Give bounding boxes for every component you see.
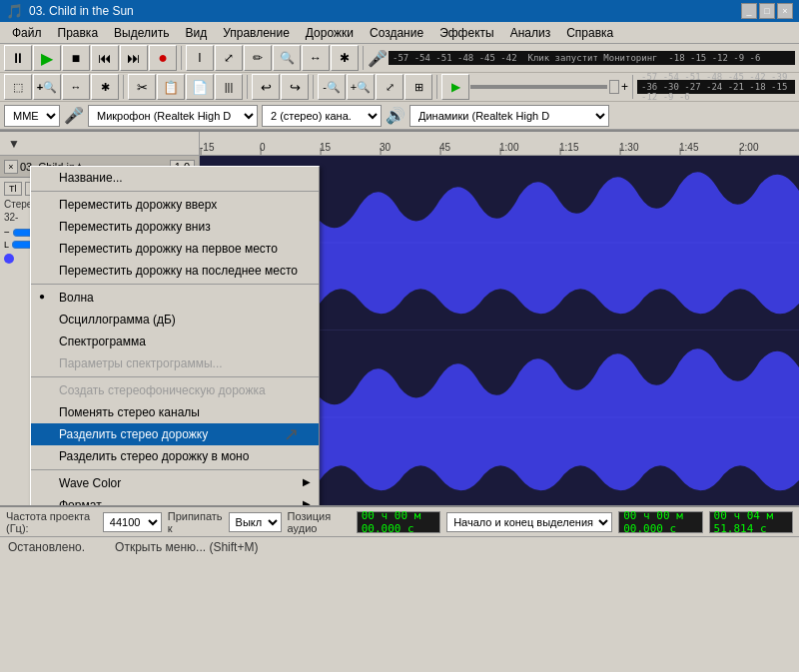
ruler-ticks: -15 0 15 30 45 1:00 1:15 1:30 1:45 2:00 …: [200, 142, 799, 155]
tick-130: 1:30: [619, 142, 679, 153]
zoom-icon: 🔍: [280, 51, 295, 65]
audio-system-select[interactable]: MME: [4, 105, 60, 127]
play-button[interactable]: ▶: [33, 45, 61, 71]
paste-button[interactable]: 📄: [186, 74, 214, 100]
pause-button[interactable]: ⏸: [4, 45, 32, 71]
cm-create-stereo-label: Создать стереофоническую дорожка: [59, 383, 266, 397]
channels-select[interactable]: 2 (стерео) кана.: [262, 105, 382, 127]
sel-end-input[interactable]: 00 ч 04 м 51.814 с: [709, 511, 793, 533]
cm-rename[interactable]: Название...: [31, 167, 319, 189]
cm-split-stereo-mono[interactable]: Разделить стерео дорожку в моно: [31, 445, 319, 467]
trim-button[interactable]: |||: [215, 74, 243, 100]
menu-view[interactable]: Вид: [177, 24, 215, 42]
close-button[interactable]: ×: [777, 3, 793, 19]
cm-wave-label: Волна: [59, 291, 94, 305]
workspace: × 03. Child in t 1.0 Тl S Стерео 32- − +: [0, 156, 799, 505]
maximize-button[interactable]: □: [759, 3, 775, 19]
cm-wave[interactable]: Волна: [31, 287, 319, 309]
mute-button[interactable]: Тl: [4, 182, 22, 196]
hint-text: Открыть меню... (Shift+M): [115, 540, 258, 554]
cm-spectrogram-params-label: Параметры спектрограммы...: [59, 356, 223, 370]
rewind-button[interactable]: ⏮: [91, 45, 119, 71]
track-panel: × 03. Child in t 1.0 Тl S Стерео 32- − +: [0, 156, 200, 505]
menu-analyze[interactable]: Анализ: [502, 24, 559, 42]
fit-view-tool[interactable]: ↔: [62, 74, 90, 100]
menu-edit[interactable]: Правка: [50, 24, 107, 42]
undo-button[interactable]: ↩: [252, 74, 280, 100]
cut-button[interactable]: ✂: [128, 74, 156, 100]
selection-type-select[interactable]: Начало и конец выделения: [446, 512, 612, 532]
forward-button[interactable]: ⏭: [120, 45, 148, 71]
cm-format[interactable]: Формат: [31, 494, 319, 505]
menu-control[interactable]: Управление: [215, 24, 298, 42]
cm-swap-channels-label: Поменять стерео каналы: [59, 405, 200, 419]
menu-generate[interactable]: Создание: [362, 24, 431, 42]
cm-spectrogram-label: Спектрограмма: [59, 335, 146, 348]
context-menu: Название... Переместить дорожку вверх Пе…: [30, 166, 320, 505]
cm-split-stereo-mono-label: Разделить стерео дорожку в моно: [59, 449, 249, 463]
snap-select[interactable]: Выкл: [229, 512, 282, 532]
cm-oscillogram[interactable]: Осциллограмма (дБ): [31, 309, 319, 331]
zoom-fit-button[interactable]: ⤢: [376, 74, 403, 100]
cm-split-stereo[interactable]: Разделить стерео дорожку ↗: [31, 423, 319, 445]
project-rate-select[interactable]: 44100: [103, 512, 162, 532]
menu-tracks[interactable]: Дорожки: [298, 24, 362, 42]
input-device-select[interactable]: Микрофон (Realtek High D: [88, 105, 258, 127]
zoom-out-button[interactable]: -🔍: [318, 74, 346, 100]
cm-spectrogram[interactable]: Спектрограмма: [31, 331, 319, 352]
cm-swap-channels[interactable]: Поменять стерео каналы: [31, 401, 319, 423]
scissors-icon: ✂: [137, 80, 148, 95]
zoom-in-tool[interactable]: +🔍: [33, 74, 61, 100]
tick-30: 30: [380, 142, 439, 153]
mic-icon: 🎤: [368, 49, 388, 68]
cm-move-down[interactable]: Переместить дорожку вниз: [31, 216, 319, 238]
select-all-icon: ⬚: [13, 81, 23, 94]
redo-button[interactable]: ↪: [281, 74, 309, 100]
cm-move-last[interactable]: Переместить дорожку на последнее место: [31, 260, 319, 282]
output-device-select[interactable]: Динамики (Realtek High D: [409, 105, 609, 127]
speaker-icon: 🔊: [386, 106, 405, 125]
zoom-out-icon: -🔍: [323, 81, 341, 94]
mic-device-icon: 🎤: [64, 106, 84, 125]
stop-button[interactable]: ■: [62, 45, 90, 71]
record-button[interactable]: ●: [149, 45, 177, 71]
draw-tool[interactable]: ✏: [244, 45, 272, 71]
multi-tool[interactable]: ✱: [331, 45, 359, 71]
menu-bar: Файл Правка Выделить Вид Управление Доро…: [0, 22, 799, 44]
menu-select[interactable]: Выделить: [106, 24, 177, 42]
zoom-in-2-button[interactable]: +🔍: [347, 74, 375, 100]
zoom-sel-button[interactable]: ⊞: [404, 74, 432, 100]
sep3: [123, 75, 124, 99]
cm-move-first[interactable]: Переместить дорожку на первое место: [31, 238, 319, 260]
cursor-tool[interactable]: I: [186, 45, 214, 71]
vu-labels-1: -57 -54 -51 -48 -45 -42 Клик запустит Мо…: [393, 53, 760, 63]
undo-icon: ↩: [261, 80, 272, 95]
cm-wave-color[interactable]: Wave Color: [31, 472, 319, 494]
audio-pos-input[interactable]: 00 ч 00 м 00.000 с: [357, 511, 440, 533]
menu-effects[interactable]: Эффекты: [431, 24, 502, 42]
copy-button[interactable]: 📋: [157, 74, 185, 100]
multi-icon: ✱: [340, 51, 350, 65]
minimize-button[interactable]: _: [741, 3, 757, 19]
zoom-tool[interactable]: 🔍: [273, 45, 301, 71]
envelope-icon: ⤢: [224, 51, 234, 65]
envelope-tool[interactable]: ⤢: [215, 45, 243, 71]
playback-btn[interactable]: ▶: [441, 74, 469, 100]
audio-pos-value: 00 ч 00 м 00.000 с: [362, 509, 435, 535]
tick-minus15: -15: [200, 142, 260, 153]
track-close-button[interactable]: ×: [4, 160, 18, 174]
menu-file[interactable]: Файл: [4, 24, 50, 42]
slider-thumb[interactable]: [609, 80, 619, 94]
sel-start-input[interactable]: 00 ч 00 м 00.000 с: [618, 511, 702, 533]
zoom-fit-icon: ⤢: [386, 81, 395, 94]
cm-move-up[interactable]: Переместить дорожку вверх: [31, 194, 319, 216]
timeshift-tool[interactable]: ↔: [302, 45, 330, 71]
menu-help[interactable]: Справка: [558, 24, 621, 42]
select-all-tool[interactable]: ⬚: [4, 74, 32, 100]
gain-minus: −: [4, 227, 10, 238]
extra-tool[interactable]: ✱: [91, 74, 119, 100]
plus-icon: +: [621, 80, 628, 94]
zoom-in-icon: +🔍: [37, 81, 57, 94]
draw-icon: ✏: [253, 51, 263, 65]
copy-icon: 📋: [163, 80, 179, 95]
